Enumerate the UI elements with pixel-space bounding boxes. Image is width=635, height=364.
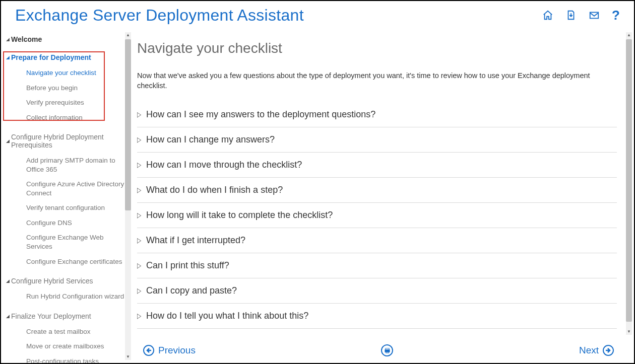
scroll-thumb[interactable] [626, 39, 632, 322]
next-button[interactable]: Next [579, 345, 614, 356]
nav-section-welcome: ◢ Welcome [4, 33, 131, 45]
sidebar-scrollbar[interactable]: ▲ ▼ [125, 32, 131, 360]
nav-item-collect-info[interactable]: Collect information [24, 110, 131, 125]
content-wrap: Navigate your checklist Now that we've a… [131, 29, 634, 363]
accordion-label: How can I move through the checklist? [146, 160, 302, 170]
accordion-label: Can I print this stuff? [146, 260, 229, 271]
nav-item-navigate-checklist[interactable]: Navigate your checklist [24, 65, 131, 81]
chevron-right-icon: ▷ [137, 312, 141, 320]
arrow-right-icon [603, 345, 614, 356]
nav-item-azure-ad[interactable]: Configure Azure Active Directory Connect [24, 177, 131, 200]
nav-section-hybrid-services: ◢ Configure Hybrid Services Run Hybrid C… [4, 275, 131, 304]
chevron-right-icon: ▷ [137, 110, 141, 119]
accordion-label: How long will it take to complete the ch… [146, 210, 333, 221]
chevron-right-icon: ▷ [137, 211, 141, 220]
nav-item-tenant-config[interactable]: Verify tenant configuration [24, 200, 131, 215]
mail-icon[interactable] [589, 10, 600, 21]
chevron-down-icon: ◢ [6, 138, 10, 143]
content-scrollbar[interactable]: ▲ ▼ [626, 32, 632, 335]
nav-head-label: Prepare for Deployment [11, 53, 91, 61]
nav-items: Run Hybrid Configuration wizard [4, 289, 131, 304]
chevron-down-icon: ◢ [6, 278, 10, 283]
chevron-down-icon: ◢ [6, 55, 10, 60]
accordion-item[interactable]: ▷ How can I see my answers to the deploy… [137, 102, 617, 127]
accordion-label: What if I get interrupted? [146, 235, 245, 246]
arrow-left-icon [143, 345, 154, 356]
next-label: Next [579, 345, 599, 356]
nav-item-hybrid-wizard[interactable]: Run Hybrid Configuration wizard [24, 289, 131, 304]
nav-item-test-mailbox[interactable]: Create a test mailbox [24, 324, 131, 339]
accordion-label: How do I tell you what I think about thi… [146, 311, 308, 321]
scroll-down-icon[interactable]: ▼ [626, 329, 632, 335]
chevron-right-icon: ▷ [137, 161, 141, 169]
nav-items: Create a test mailbox Move or create mai… [4, 324, 131, 363]
print-icon [385, 348, 390, 353]
nav-section-finalize: ◢ Finalize Your Deployment Create a test… [4, 310, 131, 363]
accordion-item[interactable]: ▷ What if I get interrupted? [137, 228, 617, 253]
chevron-right-icon: ▷ [137, 286, 141, 295]
nav-head-label: Welcome [11, 35, 42, 43]
scroll-up-icon[interactable]: ▲ [626, 32, 632, 38]
nav-item-before-begin[interactable]: Before you begin [24, 81, 131, 96]
nav-section-hybrid-prereq: ◢ Configure Hybrid Deployment Prerequisi… [4, 131, 131, 269]
nav-head-label: Configure Hybrid Services [11, 277, 93, 285]
print-button[interactable] [381, 344, 393, 356]
nav-item-verify-prereq[interactable]: Verify prerequisites [24, 95, 131, 110]
nav-head-hybrid-prereq[interactable]: ◢ Configure Hybrid Deployment Prerequisi… [4, 131, 131, 151]
accordion-label: Can I copy and paste? [146, 285, 237, 296]
nav-head-label: Finalize Your Deployment [11, 312, 91, 320]
nav-head-prepare[interactable]: ◢ Prepare for Deployment [4, 51, 131, 63]
accordion-label: What do I do when I finish a step? [146, 185, 283, 195]
page-title: Navigate your checklist [137, 40, 617, 56]
sidebar: ◢ Welcome ◢ Prepare for Deployment Navig… [1, 29, 131, 363]
accordion-label: How can I see my answers to the deployme… [146, 109, 375, 120]
download-icon[interactable] [565, 10, 577, 21]
home-icon[interactable] [542, 10, 553, 21]
accordion-label: How can I change my answers? [146, 134, 275, 145]
nav-item-post-config[interactable]: Post-configuration tasks [24, 354, 131, 363]
app-title: Exchange Server Deployment Assistant [15, 6, 304, 25]
nav-items: Navigate your checklist Before you begin… [4, 65, 131, 125]
nav-item-smtp-domain[interactable]: Add primary SMTP domain to Office 365 [24, 153, 131, 177]
accordion-item[interactable]: ▷ How do I tell you what I think about t… [137, 304, 617, 329]
chevron-right-icon: ▷ [137, 236, 141, 245]
accordion-item[interactable]: ▷ How can I move through the checklist? [137, 153, 617, 178]
nav-item-ews[interactable]: Configure Exchange Web Services [24, 230, 131, 254]
chevron-right-icon: ▷ [137, 186, 141, 194]
chevron-right-icon: ▷ [137, 135, 141, 144]
previous-button[interactable]: Previous [143, 345, 196, 356]
chevron-down-icon: ◢ [6, 37, 10, 42]
nav-head-finalize[interactable]: ◢ Finalize Your Deployment [4, 310, 131, 322]
header: Exchange Server Deployment Assistant ? [1, 1, 634, 29]
previous-label: Previous [158, 345, 196, 356]
nav-item-dns[interactable]: Configure DNS [24, 215, 131, 231]
nav-head-label: Configure Hybrid Deployment Prerequisite… [11, 133, 128, 149]
nav-item-move-mailboxes[interactable]: Move or create mailboxes [24, 339, 131, 354]
footer-nav: Previous Next [131, 338, 634, 363]
scroll-thumb[interactable] [125, 39, 131, 210]
nav-item-certs[interactable]: Configure Exchange certificates [24, 254, 131, 269]
accordion-item[interactable]: ▷ How can I change my answers? [137, 127, 617, 153]
nav-items: Add primary SMTP domain to Office 365 Co… [4, 153, 131, 269]
content: Navigate your checklist Now that we've a… [131, 29, 634, 338]
scroll-up-icon[interactable]: ▲ [125, 32, 131, 38]
nav-head-hybrid-services[interactable]: ◢ Configure Hybrid Services [4, 275, 131, 287]
chevron-right-icon: ▷ [137, 261, 141, 270]
accordion-item[interactable]: ▷ What do I do when I finish a step? [137, 178, 617, 203]
accordion-item[interactable]: ▷ Can I print this stuff? [137, 253, 617, 278]
intro-text: Now that we've asked you a few questions… [137, 70, 617, 91]
nav-head-welcome[interactable]: ◢ Welcome [4, 33, 131, 45]
help-icon[interactable]: ? [612, 8, 620, 23]
accordion-item[interactable]: ▷ Can I copy and paste? [137, 278, 617, 304]
accordion-item[interactable]: ▷ How long will it take to complete the … [137, 203, 617, 228]
chevron-down-icon: ◢ [6, 314, 10, 319]
scroll-down-icon[interactable]: ▼ [125, 354, 131, 360]
main-layout: ◢ Welcome ◢ Prepare for Deployment Navig… [1, 29, 634, 363]
nav-section-prepare: ◢ Prepare for Deployment Navigate your c… [4, 51, 131, 125]
header-actions: ? [542, 8, 620, 23]
